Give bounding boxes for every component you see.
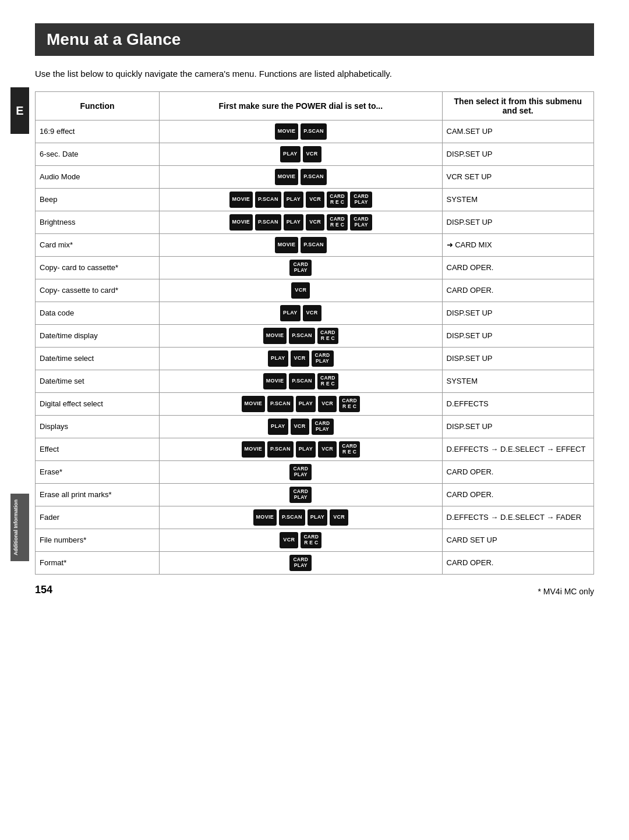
cell-function: Format*	[36, 551, 160, 574]
power-button: P.SCAN	[301, 169, 327, 185]
power-button: VCR	[303, 305, 321, 321]
footnote: * MV4i MC only	[538, 587, 594, 596]
cell-buttons: CARDPLAY	[160, 483, 442, 506]
cell-function: Brightness	[36, 211, 160, 233]
cell-function: 6-sec. Date	[36, 143, 160, 165]
footer: 154 * MV4i MC only	[35, 584, 594, 596]
power-button: PLAY	[284, 214, 303, 231]
cell-buttons: PLAYVCRCARDPLAY	[160, 347, 442, 370]
power-button: P.SCAN	[289, 373, 315, 389]
table-row: Copy- card to cassette*CARDPLAYCARD OPER…	[36, 256, 594, 279]
cell-buttons: MOVIEP.SCANPLAYVCRCARDR E CCARDPLAY	[160, 211, 442, 233]
power-button: PLAY	[268, 419, 288, 435]
power-button: P.SCAN	[301, 123, 327, 140]
cell-submenu: DISP.SET UP	[442, 347, 593, 370]
button-group: CARDPLAY	[164, 464, 437, 480]
button-group: MOVIEP.SCAN	[164, 123, 437, 140]
power-button: MOVIE	[263, 373, 287, 389]
additional-info-label: Additional Information	[10, 494, 29, 561]
button-group: MOVIEP.SCANCARDR E C	[164, 373, 437, 389]
power-button: VCR	[291, 350, 309, 367]
table-row: EffectMOVIEP.SCANPLAYVCRCARDR E CD.EFFEC…	[36, 438, 594, 460]
cell-submenu: D.EFFECTS	[442, 392, 593, 415]
cell-submenu: CARD SET UP	[442, 529, 593, 551]
cell-buttons: MOVIEP.SCAN	[160, 233, 442, 256]
table-row: BeepMOVIEP.SCANPLAYVCRCARDR E CCARDPLAYS…	[36, 188, 594, 211]
button-group: MOVIEP.SCAN	[164, 169, 437, 185]
cell-buttons: MOVIEP.SCANPLAYVCRCARDR E C	[160, 392, 442, 415]
page-title: Menu at a Glance	[35, 23, 594, 56]
cell-buttons: PLAYVCR	[160, 302, 442, 324]
power-button: PLAY	[296, 441, 316, 458]
cell-buttons: VCRCARDR E C	[160, 529, 442, 551]
table-row: Erase*CARDPLAYCARD OPER.	[36, 460, 594, 483]
power-button: VCR	[330, 509, 348, 526]
table-row: Erase all print marks*CARDPLAYCARD OPER.	[36, 483, 594, 506]
power-button: MOVIE	[229, 192, 253, 208]
power-button: P.SCAN	[267, 441, 294, 458]
power-button: CARDR E C	[327, 214, 348, 231]
cell-function: Date/time display	[36, 324, 160, 347]
button-group: MOVIEP.SCANPLAYVCRCARDR E C	[164, 396, 437, 412]
button-group: MOVIEP.SCANPLAYVCR	[164, 509, 437, 526]
power-button: PLAY	[308, 509, 327, 526]
button-group: MOVIEP.SCANPLAYVCRCARDR E C	[164, 441, 437, 458]
power-button: VCR	[291, 419, 309, 435]
power-button: PLAY	[284, 192, 303, 208]
power-button: CARDPLAY	[350, 214, 372, 231]
power-button: CARDPLAY	[289, 464, 312, 480]
cell-function: Copy- cassette to card*	[36, 279, 160, 302]
cell-function: Erase*	[36, 460, 160, 483]
table-row: Data codePLAYVCRDISP.SET UP	[36, 302, 594, 324]
cell-function: Data code	[36, 302, 160, 324]
power-button: CARDPLAY	[312, 419, 334, 435]
power-button: CARDR E C	[301, 532, 321, 548]
cell-submenu: CARD OPER.	[442, 279, 593, 302]
cell-submenu: CAM.SET UP	[442, 120, 593, 143]
power-button: VCR	[306, 192, 324, 208]
power-button: VCR	[303, 146, 321, 162]
cell-submenu: ➜ CARD MIX	[442, 233, 593, 256]
button-group: MOVIEP.SCAN	[164, 237, 437, 253]
button-group: MOVIEP.SCANPLAYVCRCARDR E CCARDPLAY	[164, 192, 437, 208]
cell-submenu: DISP.SET UP	[442, 211, 593, 233]
table-row: File numbers*VCRCARDR E CCARD SET UP	[36, 529, 594, 551]
power-button: MOVIE	[242, 441, 266, 458]
power-button: P.SCAN	[255, 192, 281, 208]
power-button: PLAY	[268, 350, 288, 367]
cell-function: Copy- card to cassette*	[36, 256, 160, 279]
power-button: PLAY	[280, 305, 300, 321]
header-submenu: Then select it from this submenu and set…	[442, 91, 593, 120]
table-row: Copy- cassette to card*VCRCARD OPER.	[36, 279, 594, 302]
power-button: CARDR E C	[339, 396, 360, 412]
power-button: CARDPLAY	[350, 192, 372, 208]
power-button: CARDR E C	[339, 441, 360, 458]
power-button: CARDR E C	[327, 192, 348, 208]
cell-buttons: MOVIEP.SCANPLAYVCRCARDR E CCARDPLAY	[160, 188, 442, 211]
cell-function: File numbers*	[36, 529, 160, 551]
cell-buttons: CARDPLAY	[160, 551, 442, 574]
table-row: Format*CARDPLAYCARD OPER.	[36, 551, 594, 574]
cell-function: Card mix*	[36, 233, 160, 256]
cell-submenu: CARD OPER.	[442, 483, 593, 506]
table-row: 16:9 effectMOVIEP.SCANCAM.SET UP	[36, 120, 594, 143]
button-group: PLAYVCRCARDPLAY	[164, 350, 437, 367]
cell-function: Digital effect select	[36, 392, 160, 415]
cell-submenu: DISP.SET UP	[442, 415, 593, 438]
cell-function: Erase all print marks*	[36, 483, 160, 506]
cell-function: Beep	[36, 188, 160, 211]
cell-buttons: MOVIEP.SCANPLAYVCRCARDR E C	[160, 438, 442, 460]
cell-submenu: DISP.SET UP	[442, 324, 593, 347]
button-group: VCR	[164, 282, 437, 299]
power-button: MOVIE	[263, 328, 287, 344]
power-button: P.SCAN	[289, 328, 315, 344]
power-button: CARDPLAY	[289, 260, 312, 276]
table-row: Card mix*MOVIEP.SCAN➜ CARD MIX	[36, 233, 594, 256]
cell-function: 16:9 effect	[36, 120, 160, 143]
cell-submenu: SYSTEM	[442, 188, 593, 211]
cell-function: Date/time set	[36, 370, 160, 392]
power-button: MOVIE	[229, 214, 253, 231]
cell-submenu: CARD OPER.	[442, 256, 593, 279]
button-group: CARDPLAY	[164, 487, 437, 503]
cell-buttons: PLAYVCR	[160, 143, 442, 165]
